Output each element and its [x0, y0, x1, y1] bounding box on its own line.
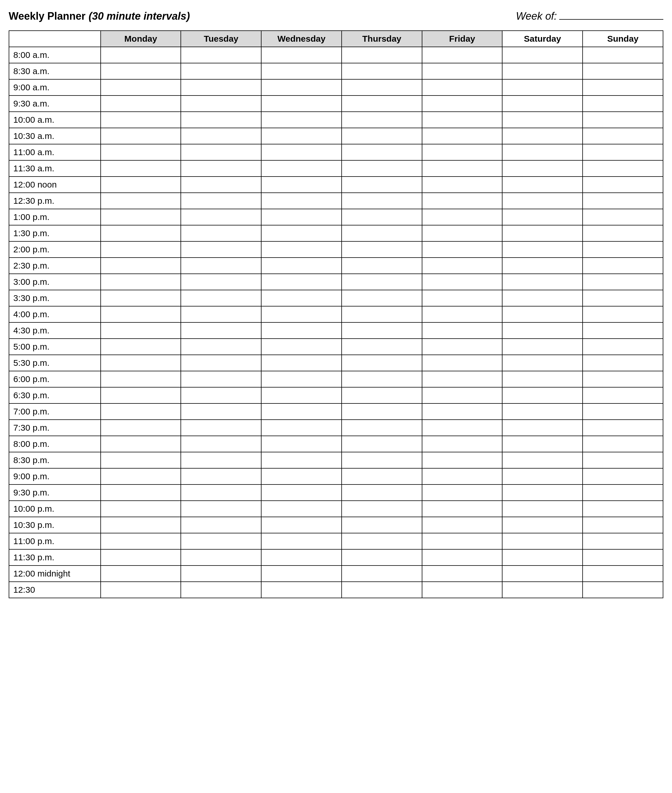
planner-cell[interactable] [502, 582, 582, 598]
planner-cell[interactable] [181, 63, 261, 79]
planner-cell[interactable] [422, 452, 502, 468]
planner-cell[interactable] [181, 452, 261, 468]
planner-cell[interactable] [422, 371, 502, 387]
planner-cell[interactable] [422, 517, 502, 533]
planner-cell[interactable] [582, 63, 663, 79]
planner-cell[interactable] [101, 387, 181, 404]
planner-cell[interactable] [342, 258, 422, 274]
planner-cell[interactable] [181, 501, 261, 517]
planner-cell[interactable] [502, 517, 582, 533]
planner-cell[interactable] [342, 79, 422, 96]
planner-cell[interactable] [181, 533, 261, 549]
planner-cell[interactable] [502, 112, 582, 128]
planner-cell[interactable] [101, 47, 181, 63]
planner-cell[interactable] [502, 241, 582, 258]
planner-cell[interactable] [502, 452, 582, 468]
planner-cell[interactable] [582, 160, 663, 176]
planner-cell[interactable] [582, 501, 663, 517]
planner-cell[interactable] [101, 258, 181, 274]
planner-cell[interactable] [582, 225, 663, 241]
planner-cell[interactable] [582, 209, 663, 225]
planner-cell[interactable] [181, 339, 261, 355]
planner-cell[interactable] [181, 209, 261, 225]
planner-cell[interactable] [342, 484, 422, 501]
planner-cell[interactable] [342, 420, 422, 436]
planner-cell[interactable] [342, 96, 422, 112]
planner-cell[interactable] [422, 144, 502, 160]
planner-cell[interactable] [261, 582, 342, 598]
planner-cell[interactable] [261, 355, 342, 371]
planner-cell[interactable] [181, 225, 261, 241]
planner-cell[interactable] [101, 112, 181, 128]
planner-cell[interactable] [422, 306, 502, 322]
planner-cell[interactable] [101, 274, 181, 290]
planner-cell[interactable] [422, 241, 502, 258]
planner-cell[interactable] [101, 241, 181, 258]
planner-cell[interactable] [342, 160, 422, 176]
planner-cell[interactable] [261, 533, 342, 549]
planner-cell[interactable] [342, 549, 422, 566]
planner-cell[interactable] [181, 176, 261, 193]
planner-cell[interactable] [181, 241, 261, 258]
planner-cell[interactable] [582, 533, 663, 549]
planner-cell[interactable] [422, 549, 502, 566]
planner-cell[interactable] [422, 225, 502, 241]
planner-cell[interactable] [582, 47, 663, 63]
planner-cell[interactable] [101, 144, 181, 160]
planner-cell[interactable] [502, 79, 582, 96]
planner-cell[interactable] [502, 63, 582, 79]
planner-cell[interactable] [342, 144, 422, 160]
planner-cell[interactable] [582, 517, 663, 533]
planner-cell[interactable] [342, 193, 422, 209]
planner-cell[interactable] [261, 160, 342, 176]
planner-cell[interactable] [261, 128, 342, 144]
planner-cell[interactable] [101, 404, 181, 420]
planner-cell[interactable] [261, 517, 342, 533]
planner-cell[interactable] [502, 209, 582, 225]
planner-cell[interactable] [502, 274, 582, 290]
planner-cell[interactable] [261, 420, 342, 436]
planner-cell[interactable] [261, 96, 342, 112]
planner-cell[interactable] [582, 96, 663, 112]
planner-cell[interactable] [261, 371, 342, 387]
planner-cell[interactable] [261, 274, 342, 290]
planner-cell[interactable] [261, 322, 342, 339]
planner-cell[interactable] [261, 258, 342, 274]
planner-cell[interactable] [502, 501, 582, 517]
planner-cell[interactable] [261, 452, 342, 468]
planner-cell[interactable] [101, 290, 181, 306]
planner-cell[interactable] [342, 112, 422, 128]
planner-cell[interactable] [261, 112, 342, 128]
planner-cell[interactable] [261, 209, 342, 225]
planner-cell[interactable] [101, 582, 181, 598]
planner-cell[interactable] [101, 533, 181, 549]
planner-cell[interactable] [422, 209, 502, 225]
weekof-input-line[interactable] [559, 9, 663, 20]
planner-cell[interactable] [342, 452, 422, 468]
planner-cell[interactable] [101, 160, 181, 176]
planner-cell[interactable] [342, 63, 422, 79]
planner-cell[interactable] [502, 533, 582, 549]
planner-cell[interactable] [181, 290, 261, 306]
planner-cell[interactable] [582, 582, 663, 598]
planner-cell[interactable] [181, 112, 261, 128]
planner-cell[interactable] [342, 436, 422, 452]
planner-cell[interactable] [502, 436, 582, 452]
planner-cell[interactable] [502, 420, 582, 436]
planner-cell[interactable] [181, 582, 261, 598]
planner-cell[interactable] [582, 355, 663, 371]
planner-cell[interactable] [261, 566, 342, 582]
planner-cell[interactable] [422, 387, 502, 404]
planner-cell[interactable] [342, 468, 422, 484]
planner-cell[interactable] [502, 258, 582, 274]
planner-cell[interactable] [101, 96, 181, 112]
planner-cell[interactable] [101, 225, 181, 241]
planner-cell[interactable] [422, 355, 502, 371]
planner-cell[interactable] [502, 144, 582, 160]
planner-cell[interactable] [502, 290, 582, 306]
planner-cell[interactable] [181, 566, 261, 582]
planner-cell[interactable] [422, 96, 502, 112]
planner-cell[interactable] [261, 79, 342, 96]
planner-cell[interactable] [582, 258, 663, 274]
planner-cell[interactable] [422, 258, 502, 274]
